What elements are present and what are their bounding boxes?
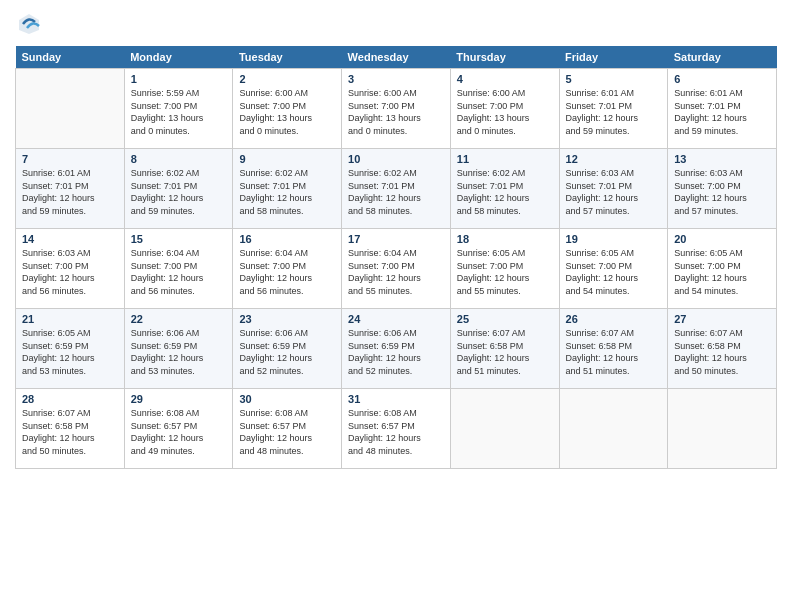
calendar-cell: 1Sunrise: 5:59 AMSunset: 7:00 PMDaylight… [124, 69, 233, 149]
day-info: Sunrise: 5:59 AMSunset: 7:00 PMDaylight:… [131, 87, 227, 137]
calendar-cell: 20Sunrise: 6:05 AMSunset: 7:00 PMDayligh… [668, 229, 777, 309]
day-number: 19 [566, 233, 662, 245]
day-number: 6 [674, 73, 770, 85]
day-info: Sunrise: 6:00 AMSunset: 7:00 PMDaylight:… [239, 87, 335, 137]
calendar-cell: 25Sunrise: 6:07 AMSunset: 6:58 PMDayligh… [450, 309, 559, 389]
day-info: Sunrise: 6:08 AMSunset: 6:57 PMDaylight:… [348, 407, 444, 457]
day-header-sunday: Sunday [16, 46, 125, 69]
day-info: Sunrise: 6:05 AMSunset: 6:59 PMDaylight:… [22, 327, 118, 377]
day-info: Sunrise: 6:04 AMSunset: 7:00 PMDaylight:… [131, 247, 227, 297]
day-header-thursday: Thursday [450, 46, 559, 69]
day-info: Sunrise: 6:08 AMSunset: 6:57 PMDaylight:… [239, 407, 335, 457]
day-info: Sunrise: 6:05 AMSunset: 7:00 PMDaylight:… [674, 247, 770, 297]
calendar-cell: 10Sunrise: 6:02 AMSunset: 7:01 PMDayligh… [342, 149, 451, 229]
calendar-cell: 19Sunrise: 6:05 AMSunset: 7:00 PMDayligh… [559, 229, 668, 309]
day-number: 20 [674, 233, 770, 245]
day-info: Sunrise: 6:03 AMSunset: 7:00 PMDaylight:… [22, 247, 118, 297]
day-number: 24 [348, 313, 444, 325]
day-info: Sunrise: 6:07 AMSunset: 6:58 PMDaylight:… [22, 407, 118, 457]
day-info: Sunrise: 6:06 AMSunset: 6:59 PMDaylight:… [348, 327, 444, 377]
calendar-cell: 15Sunrise: 6:04 AMSunset: 7:00 PMDayligh… [124, 229, 233, 309]
calendar-cell [16, 69, 125, 149]
day-info: Sunrise: 6:06 AMSunset: 6:59 PMDaylight:… [131, 327, 227, 377]
day-info: Sunrise: 6:03 AMSunset: 7:00 PMDaylight:… [674, 167, 770, 217]
day-info: Sunrise: 6:03 AMSunset: 7:01 PMDaylight:… [566, 167, 662, 217]
calendar-cell [450, 389, 559, 469]
day-header-tuesday: Tuesday [233, 46, 342, 69]
calendar-cell: 8Sunrise: 6:02 AMSunset: 7:01 PMDaylight… [124, 149, 233, 229]
day-number: 1 [131, 73, 227, 85]
day-header-monday: Monday [124, 46, 233, 69]
day-info: Sunrise: 6:07 AMSunset: 6:58 PMDaylight:… [566, 327, 662, 377]
calendar-cell: 17Sunrise: 6:04 AMSunset: 7:00 PMDayligh… [342, 229, 451, 309]
day-info: Sunrise: 6:07 AMSunset: 6:58 PMDaylight:… [674, 327, 770, 377]
week-row-1: 1Sunrise: 5:59 AMSunset: 7:00 PMDaylight… [16, 69, 777, 149]
day-number: 21 [22, 313, 118, 325]
day-number: 27 [674, 313, 770, 325]
calendar-cell: 22Sunrise: 6:06 AMSunset: 6:59 PMDayligh… [124, 309, 233, 389]
day-number: 14 [22, 233, 118, 245]
calendar-cell: 11Sunrise: 6:02 AMSunset: 7:01 PMDayligh… [450, 149, 559, 229]
calendar-cell: 9Sunrise: 6:02 AMSunset: 7:01 PMDaylight… [233, 149, 342, 229]
calendar-cell: 4Sunrise: 6:00 AMSunset: 7:00 PMDaylight… [450, 69, 559, 149]
day-info: Sunrise: 6:06 AMSunset: 6:59 PMDaylight:… [239, 327, 335, 377]
calendar-cell: 29Sunrise: 6:08 AMSunset: 6:57 PMDayligh… [124, 389, 233, 469]
week-row-5: 28Sunrise: 6:07 AMSunset: 6:58 PMDayligh… [16, 389, 777, 469]
calendar-cell: 7Sunrise: 6:01 AMSunset: 7:01 PMDaylight… [16, 149, 125, 229]
day-info: Sunrise: 6:05 AMSunset: 7:00 PMDaylight:… [566, 247, 662, 297]
calendar-cell: 12Sunrise: 6:03 AMSunset: 7:01 PMDayligh… [559, 149, 668, 229]
calendar-cell: 2Sunrise: 6:00 AMSunset: 7:00 PMDaylight… [233, 69, 342, 149]
day-number: 29 [131, 393, 227, 405]
header [15, 10, 777, 38]
calendar-cell: 30Sunrise: 6:08 AMSunset: 6:57 PMDayligh… [233, 389, 342, 469]
calendar-cell: 24Sunrise: 6:06 AMSunset: 6:59 PMDayligh… [342, 309, 451, 389]
day-number: 2 [239, 73, 335, 85]
day-number: 4 [457, 73, 553, 85]
day-number: 12 [566, 153, 662, 165]
day-number: 22 [131, 313, 227, 325]
day-number: 9 [239, 153, 335, 165]
day-number: 26 [566, 313, 662, 325]
calendar-cell [559, 389, 668, 469]
week-row-3: 14Sunrise: 6:03 AMSunset: 7:00 PMDayligh… [16, 229, 777, 309]
calendar-cell: 3Sunrise: 6:00 AMSunset: 7:00 PMDaylight… [342, 69, 451, 149]
day-number: 3 [348, 73, 444, 85]
calendar-cell [668, 389, 777, 469]
calendar-cell: 31Sunrise: 6:08 AMSunset: 6:57 PMDayligh… [342, 389, 451, 469]
day-info: Sunrise: 6:02 AMSunset: 7:01 PMDaylight:… [348, 167, 444, 217]
day-header-wednesday: Wednesday [342, 46, 451, 69]
day-number: 25 [457, 313, 553, 325]
day-info: Sunrise: 6:07 AMSunset: 6:58 PMDaylight:… [457, 327, 553, 377]
day-info: Sunrise: 6:00 AMSunset: 7:00 PMDaylight:… [348, 87, 444, 137]
calendar-cell: 26Sunrise: 6:07 AMSunset: 6:58 PMDayligh… [559, 309, 668, 389]
calendar-table: SundayMondayTuesdayWednesdayThursdayFrid… [15, 46, 777, 469]
calendar-cell: 13Sunrise: 6:03 AMSunset: 7:00 PMDayligh… [668, 149, 777, 229]
calendar-cell: 28Sunrise: 6:07 AMSunset: 6:58 PMDayligh… [16, 389, 125, 469]
day-number: 17 [348, 233, 444, 245]
day-number: 18 [457, 233, 553, 245]
day-number: 5 [566, 73, 662, 85]
day-number: 30 [239, 393, 335, 405]
day-header-saturday: Saturday [668, 46, 777, 69]
day-info: Sunrise: 6:08 AMSunset: 6:57 PMDaylight:… [131, 407, 227, 457]
day-number: 10 [348, 153, 444, 165]
day-number: 15 [131, 233, 227, 245]
week-row-2: 7Sunrise: 6:01 AMSunset: 7:01 PMDaylight… [16, 149, 777, 229]
day-info: Sunrise: 6:04 AMSunset: 7:00 PMDaylight:… [239, 247, 335, 297]
calendar-cell: 16Sunrise: 6:04 AMSunset: 7:00 PMDayligh… [233, 229, 342, 309]
day-info: Sunrise: 6:04 AMSunset: 7:00 PMDaylight:… [348, 247, 444, 297]
calendar-cell: 14Sunrise: 6:03 AMSunset: 7:00 PMDayligh… [16, 229, 125, 309]
day-number: 28 [22, 393, 118, 405]
day-info: Sunrise: 6:02 AMSunset: 7:01 PMDaylight:… [131, 167, 227, 217]
day-info: Sunrise: 6:02 AMSunset: 7:01 PMDaylight:… [239, 167, 335, 217]
calendar-cell: 18Sunrise: 6:05 AMSunset: 7:00 PMDayligh… [450, 229, 559, 309]
day-info: Sunrise: 6:05 AMSunset: 7:00 PMDaylight:… [457, 247, 553, 297]
logo-icon [15, 10, 43, 38]
logo [15, 10, 45, 38]
day-info: Sunrise: 6:01 AMSunset: 7:01 PMDaylight:… [22, 167, 118, 217]
day-number: 11 [457, 153, 553, 165]
calendar-cell: 23Sunrise: 6:06 AMSunset: 6:59 PMDayligh… [233, 309, 342, 389]
calendar-cell: 5Sunrise: 6:01 AMSunset: 7:01 PMDaylight… [559, 69, 668, 149]
day-number: 16 [239, 233, 335, 245]
day-info: Sunrise: 6:01 AMSunset: 7:01 PMDaylight:… [674, 87, 770, 137]
